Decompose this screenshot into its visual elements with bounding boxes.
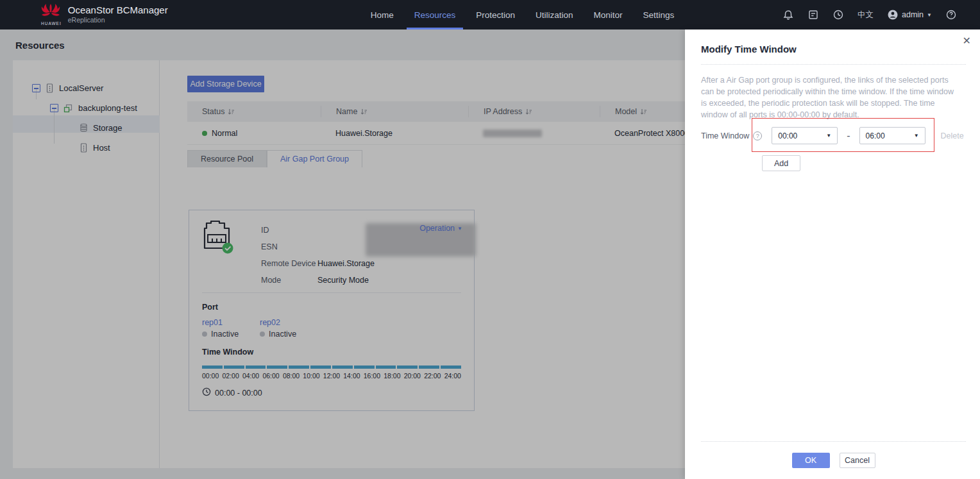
time-window-field-label: Time Window (701, 131, 749, 140)
nav-item-monitor[interactable]: Monitor (584, 0, 633, 29)
nav-item-home[interactable]: Home (360, 0, 404, 29)
ok-button[interactable]: OK (792, 453, 830, 468)
modify-time-window-modal: ✕ Modify Time Window After a Air Gap por… (685, 29, 980, 479)
product-title: OceanStor BCManager (68, 5, 168, 16)
modal-backdrop[interactable] (0, 29, 685, 479)
end-time-select[interactable]: 06:00▼ (859, 127, 925, 144)
notification-bell-icon[interactable] (782, 9, 794, 21)
cancel-button[interactable]: Cancel (840, 453, 875, 468)
workspace: Resources LocalServer backuplong-test (0, 29, 980, 479)
top-navbar: HUAWEI OceanStor BCManager eReplication … (0, 0, 980, 29)
product-subtitle: eReplication (68, 17, 168, 24)
chevron-down-icon: ▼ (826, 133, 831, 139)
help-icon[interactable] (945, 9, 957, 21)
modal-divider (701, 64, 966, 65)
brand-text: HUAWEI (41, 21, 62, 26)
modal-footer: OK Cancel (701, 441, 966, 479)
time-window-form-row: Time Window ? 00:00▼ - 06:00▼ Delete (701, 127, 964, 144)
chevron-down-icon: ▼ (914, 133, 919, 139)
huawei-logo: HUAWEI OceanStor BCManager eReplication (41, 4, 168, 26)
nav-item-utilization[interactable]: Utilization (525, 0, 584, 29)
close-icon[interactable]: ✕ (963, 35, 971, 47)
language-switch[interactable]: 中文 (858, 10, 874, 21)
nav-item-settings[interactable]: Settings (633, 0, 685, 29)
start-time-select[interactable]: 00:00▼ (772, 127, 838, 144)
avatar-icon (887, 9, 899, 21)
main-nav: Home Resources Protection Utilization Mo… (360, 0, 685, 29)
modal-title: Modify Time Window (701, 44, 797, 55)
add-time-window-button[interactable]: Add (762, 155, 800, 171)
delete-row-link[interactable]: Delete (941, 131, 964, 140)
username: admin (902, 10, 924, 19)
task-list-icon[interactable] (807, 9, 819, 21)
nav-item-protection[interactable]: Protection (466, 0, 525, 29)
history-clock-icon[interactable] (832, 9, 844, 21)
help-tooltip-icon[interactable]: ? (753, 131, 762, 140)
user-menu[interactable]: admin ▼ (887, 9, 932, 21)
modal-description: After a Air Gap port group is configured… (701, 74, 959, 121)
user-caret-icon: ▼ (927, 12, 932, 18)
huawei-flower-icon (41, 4, 60, 21)
range-separator: - (847, 130, 850, 142)
nav-item-resources[interactable]: Resources (404, 0, 466, 29)
